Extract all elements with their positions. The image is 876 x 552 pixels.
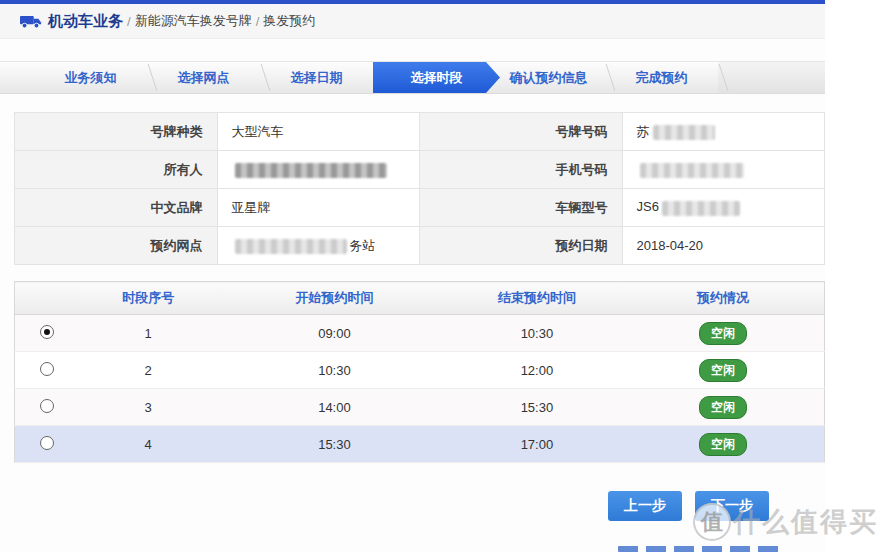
status-badge: 空闲 <box>699 322 747 345</box>
tab-step-branch[interactable]: 选择网点 <box>147 62 260 93</box>
field-value-plate-type: 大型汽车 <box>217 113 420 151</box>
field-value-branch: 务站 <box>217 227 420 265</box>
table-row: 所有人 手机号码 <box>15 151 825 189</box>
slot-radio-2[interactable] <box>40 362 54 376</box>
field-label-date: 预约日期 <box>420 227 623 265</box>
header-slot-seq: 时段序号 <box>79 282 217 315</box>
redacted-value <box>662 201 740 216</box>
breadcrumb-separator: / <box>256 14 260 29</box>
timeslot-row: 2 10:30 12:00 空闲 <box>15 352 825 389</box>
redacted-value <box>640 163 744 178</box>
slot-seq: 2 <box>79 352 217 389</box>
vehicle-info-table: 号牌种类 大型汽车 号牌号码 苏 所有人 手机号码 中文品牌 亚星牌 车辆型号 … <box>14 112 825 265</box>
tab-step-notice[interactable]: 业务须知 <box>34 62 147 93</box>
truck-icon <box>20 13 42 29</box>
header-status: 预约情况 <box>622 282 825 315</box>
breadcrumb-item-current: 换发预约 <box>263 12 315 30</box>
model-prefix: JS6 <box>637 199 659 214</box>
table-row: 预约网点 务站 预约日期 2018-04-20 <box>15 227 825 265</box>
timeslot-row: 4 15:30 17:00 空闲 <box>15 426 825 463</box>
field-label-plate-number: 号牌号码 <box>420 113 623 151</box>
plate-number-prefix: 苏 <box>637 124 650 139</box>
wizard-buttons: 上一步 下一步 <box>608 491 769 521</box>
field-value-model: JS6 <box>622 189 825 227</box>
page-content: 机动车业务 / 新能源汽车换发号牌 / 换发预约 业务须知 选择网点 选择日期 … <box>0 0 825 552</box>
status-badge: 空闲 <box>699 433 747 456</box>
next-step-button[interactable]: 下一步 <box>695 491 769 521</box>
header-radio-col <box>15 282 80 315</box>
slot-radio-1[interactable] <box>40 325 54 339</box>
field-value-brand: 亚星牌 <box>217 189 420 227</box>
slot-seq: 4 <box>79 426 217 463</box>
slot-end: 15:30 <box>452 389 622 426</box>
table-row: 号牌种类 大型汽车 号牌号码 苏 <box>15 113 825 151</box>
timeslot-table: 时段序号 开始预约时间 结束预约时间 预约情况 1 09:00 10:30 空闲… <box>14 281 825 463</box>
slot-end: 10:30 <box>452 315 622 352</box>
branch-suffix: 务站 <box>350 238 376 253</box>
slot-end: 17:00 <box>452 426 622 463</box>
slot-start: 15:30 <box>217 426 452 463</box>
table-row: 中文品牌 亚星牌 车辆型号 JS6 <box>15 189 825 227</box>
status-badge: 空闲 <box>699 396 747 419</box>
field-label-phone: 手机号码 <box>420 151 623 189</box>
header-start-time: 开始预约时间 <box>217 282 452 315</box>
tab-strip-filler <box>718 62 825 93</box>
breadcrumb-separator: / <box>127 14 131 29</box>
slot-radio-4[interactable] <box>40 436 54 450</box>
tab-step-done[interactable]: 完成预约 <box>605 62 718 93</box>
field-value-plate-number: 苏 <box>622 113 825 151</box>
slot-seq: 1 <box>79 315 217 352</box>
timeslot-row: 1 09:00 10:30 空闲 <box>15 315 825 352</box>
section-title[interactable]: 机动车业务 <box>48 12 123 31</box>
status-badge: 空闲 <box>699 359 747 382</box>
slot-radio-3[interactable] <box>40 399 54 413</box>
tab-step-confirm[interactable]: 确认预约信息 <box>492 62 605 93</box>
step-tabs: 业务须知 选择网点 选择日期 选择时段 确认预约信息 完成预约 <box>0 61 825 94</box>
tab-step-timeslot[interactable]: 选择时段 <box>373 62 500 93</box>
field-label-plate-type: 号牌种类 <box>15 113 218 151</box>
tab-step-date[interactable]: 选择日期 <box>260 62 373 93</box>
timeslot-header-row: 时段序号 开始预约时间 结束预约时间 预约情况 <box>15 282 825 315</box>
slot-start: 09:00 <box>217 315 452 352</box>
breadcrumb: 机动车业务 / 新能源汽车换发号牌 / 换发预约 <box>0 4 825 39</box>
timeslot-row: 3 14:00 15:30 空闲 <box>15 389 825 426</box>
redacted-value <box>235 239 347 254</box>
breadcrumb-item-service[interactable]: 新能源汽车换发号牌 <box>135 12 252 30</box>
redacted-value <box>235 163 387 178</box>
slot-start: 10:30 <box>217 352 452 389</box>
redacted-value <box>653 125 715 140</box>
header-end-time: 结束预约时间 <box>452 282 622 315</box>
field-value-phone <box>622 151 825 189</box>
field-label-brand: 中文品牌 <box>15 189 218 227</box>
slot-start: 14:00 <box>217 389 452 426</box>
field-value-date: 2018-04-20 <box>622 227 825 265</box>
field-label-branch: 预约网点 <box>15 227 218 265</box>
cutoff-text-fragment <box>618 546 786 552</box>
slot-end: 12:00 <box>452 352 622 389</box>
field-label-model: 车辆型号 <box>420 189 623 227</box>
field-value-owner <box>217 151 420 189</box>
slot-seq: 3 <box>79 389 217 426</box>
field-label-owner: 所有人 <box>15 151 218 189</box>
prev-step-button[interactable]: 上一步 <box>608 491 682 521</box>
